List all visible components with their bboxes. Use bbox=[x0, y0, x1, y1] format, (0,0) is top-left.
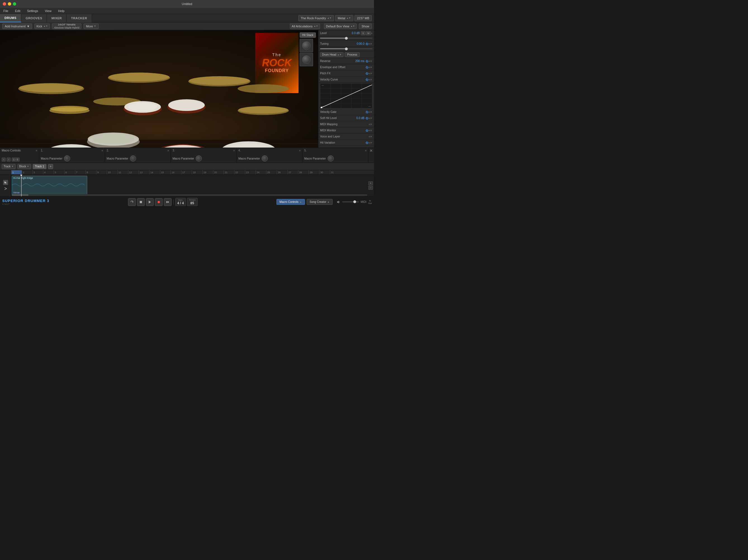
kick-selector[interactable]: Kick ▲▼ bbox=[34, 23, 50, 29]
library-selector[interactable]: The Rock Foundry ▲▼ bbox=[298, 15, 334, 21]
hit-stack-knob-1[interactable] bbox=[302, 41, 310, 50]
pitch-fx-power-icon[interactable]: ⏻ bbox=[366, 72, 368, 75]
hit-variation-power-icon[interactable]: ⏻ bbox=[366, 141, 368, 144]
macro-col-2-menu[interactable]: ≡ bbox=[167, 149, 169, 152]
tuning-slider[interactable] bbox=[320, 48, 372, 49]
close-button[interactable] bbox=[3, 2, 6, 6]
drum-head-selector[interactable]: Drum Head ▲▼ bbox=[320, 52, 344, 57]
soft-hit-power-icon[interactable]: ⏻ bbox=[366, 117, 368, 120]
time-signature[interactable]: Sign. 4 / 4 bbox=[175, 198, 186, 206]
macro-prev-button[interactable]: ‹ bbox=[2, 157, 6, 162]
midi-monitor-power-icon[interactable]: ⏻ bbox=[366, 129, 368, 132]
macro-knob-5[interactable] bbox=[328, 155, 334, 162]
hit-variation-expand-icon[interactable]: ✕ bbox=[370, 141, 372, 144]
pitch-fx-expand-icon[interactable]: ✕ bbox=[370, 72, 372, 75]
level-menu-icon[interactable]: ≡ bbox=[371, 32, 372, 35]
macro-next-button[interactable]: › bbox=[7, 157, 10, 162]
macro-controls-button[interactable]: Macro Controls ▲ bbox=[277, 199, 305, 205]
hit-stack-item-2[interactable] bbox=[300, 53, 313, 66]
menu-view[interactable]: View bbox=[44, 9, 52, 13]
cymbal-selector[interactable]: 14x24" Yamaha Absolute Maple Hybrid bbox=[52, 23, 81, 29]
macro-knob-3[interactable] bbox=[196, 155, 202, 162]
record-button[interactable] bbox=[155, 198, 163, 206]
voice-layer-expand-icon[interactable]: ✕ bbox=[370, 135, 372, 138]
cut-tool[interactable] bbox=[3, 186, 8, 191]
macro-col-4-menu[interactable]: ≡ bbox=[299, 149, 301, 152]
macro-col-5-menu[interactable]: ≡ bbox=[365, 149, 367, 152]
zoom-out-button[interactable]: − bbox=[368, 186, 373, 190]
macro-column-4: 4. ≡ Macro Parameter bbox=[237, 148, 303, 163]
show-button[interactable]: Show bbox=[359, 23, 372, 29]
macro-col-3-menu[interactable]: ≡ bbox=[233, 149, 235, 152]
skip-button[interactable] bbox=[164, 198, 172, 206]
soft-hit-expand-icon[interactable]: ✕ bbox=[370, 117, 372, 120]
tab-grooves[interactable]: GROOVES bbox=[21, 14, 47, 22]
select-tool[interactable] bbox=[3, 180, 8, 185]
macro-knob-1[interactable] bbox=[64, 155, 70, 162]
menu-edit[interactable]: Edit bbox=[14, 9, 22, 13]
velocity-curve-power-icon[interactable]: ⏻ bbox=[366, 78, 368, 81]
minimize-button[interactable] bbox=[8, 2, 11, 6]
hit-stack-button[interactable]: Hit Stack bbox=[300, 32, 316, 38]
level-slider[interactable] bbox=[320, 38, 372, 39]
reverse-expand-icon[interactable]: ✕ bbox=[370, 60, 372, 63]
block-dropdown[interactable]: Block ▼ bbox=[17, 164, 31, 169]
midi-mapping-expand-icon[interactable]: ✕ bbox=[370, 123, 372, 126]
tab-drums[interactable]: DRUMS bbox=[0, 14, 21, 22]
midi-monitor-expand-icon[interactable]: ✕ bbox=[370, 129, 372, 132]
hit-stack-knob-2[interactable] bbox=[302, 55, 310, 64]
more-button[interactable]: More ▼ bbox=[84, 23, 99, 29]
hit-stack-item-1[interactable] bbox=[300, 39, 313, 52]
tab-tracker[interactable]: TRACKER bbox=[67, 14, 92, 22]
macro-header-menu-icon[interactable]: ≡ bbox=[36, 149, 37, 152]
track-dropdown[interactable]: Track ▼ bbox=[2, 164, 16, 169]
volume-slider[interactable] bbox=[342, 201, 359, 202]
macro-close-button[interactable]: ✕ bbox=[368, 148, 374, 153]
stop-button[interactable] bbox=[137, 198, 145, 206]
drum-view[interactable]: The ROCK FOUNDRY bbox=[0, 30, 318, 148]
maximize-button[interactable] bbox=[13, 2, 16, 6]
envelope-power-icon[interactable]: ⏻ bbox=[366, 66, 368, 69]
timeline-mark-3: 3 bbox=[32, 170, 43, 174]
style-selector[interactable]: Metal ▲▼ bbox=[335, 15, 353, 21]
tuning-power-icon[interactable]: ⏻ bbox=[366, 43, 368, 45]
add-instrument-label: Add Instrument bbox=[5, 25, 26, 28]
macro-knob-4[interactable] bbox=[262, 155, 268, 162]
soft-hit-value: 0.0 dB bbox=[356, 117, 365, 120]
solo-button[interactable]: S bbox=[361, 31, 365, 35]
velocity-gate-expand-icon[interactable]: ✕ bbox=[370, 111, 372, 114]
menu-help[interactable]: Help bbox=[57, 9, 66, 13]
velocity-curve-expand-icon[interactable]: ✕ bbox=[370, 78, 372, 81]
tab-mixer[interactable]: MIXER bbox=[47, 14, 67, 22]
add-instrument-button[interactable]: Add Instrument ▼ bbox=[2, 23, 32, 29]
reverse-power-icon[interactable]: ⏻ bbox=[366, 60, 368, 63]
process-button[interactable]: Process bbox=[345, 52, 360, 57]
menubar: File Edit Settings View Help bbox=[0, 8, 374, 14]
envelope-expand-icon[interactable]: ✕ bbox=[370, 66, 372, 69]
scroll-bar[interactable] bbox=[12, 194, 367, 196]
macro-knob-2[interactable] bbox=[130, 155, 136, 162]
timeline-mark-2: 2 bbox=[22, 170, 32, 174]
macro-col-1-menu[interactable]: ≡ bbox=[101, 149, 103, 152]
reverse-label: Reverse bbox=[320, 59, 355, 63]
loop-button[interactable] bbox=[128, 198, 136, 206]
zoom-in-button[interactable]: + bbox=[368, 181, 373, 185]
song-creator-button[interactable]: Song Creator ▲ bbox=[307, 199, 333, 205]
track-content[interactable]: Hi-Hat Tight Edge Verse + − bbox=[11, 175, 374, 196]
add-track-button[interactable]: + bbox=[48, 164, 53, 169]
playhead[interactable] bbox=[21, 175, 22, 196]
tempo-display[interactable]: Tempo 85 bbox=[187, 198, 197, 206]
track-block[interactable]: Hi-Hat Tight Edge Verse bbox=[12, 176, 87, 195]
velocity-gate-power-icon[interactable]: ⏻ bbox=[366, 111, 368, 114]
articulations-selector[interactable]: All Articulations ▲▼ bbox=[290, 23, 320, 29]
macro-range-display[interactable]: 1 - 5 bbox=[12, 157, 20, 162]
view-selector[interactable]: Default Box View ▲▼ bbox=[324, 23, 357, 29]
tuning-chevron-icon[interactable]: ✕ bbox=[370, 43, 372, 45]
macro-column-2: 2. ≡ Macro Parameter bbox=[105, 148, 171, 163]
main-content: The ROCK FOUNDRY bbox=[0, 30, 374, 148]
menu-file[interactable]: File bbox=[2, 9, 9, 13]
menu-settings[interactable]: Settings bbox=[26, 9, 40, 13]
velocity-curve-graph[interactable]: ••• ••• ••• ••• bbox=[320, 83, 372, 108]
play-button[interactable] bbox=[146, 198, 154, 206]
mute-button[interactable]: M bbox=[366, 31, 371, 35]
